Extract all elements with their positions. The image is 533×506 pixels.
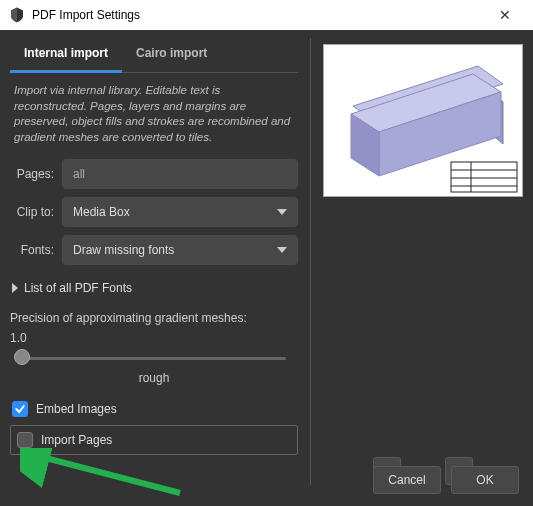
svg-rect-5 (451, 162, 517, 192)
import-pages-box: Import Pages (10, 425, 298, 455)
vertical-divider (310, 38, 311, 485)
tab-internal-import[interactable]: Internal import (10, 38, 122, 73)
tab-cairo-import[interactable]: Cairo import (122, 38, 221, 72)
ok-button[interactable]: OK (451, 466, 519, 494)
list-fonts-expander[interactable]: List of all PDF Fonts (10, 273, 298, 309)
preview-panel: 1 / 1 (323, 38, 523, 485)
chevron-down-icon (277, 247, 287, 253)
slider-track (22, 357, 286, 360)
fonts-value: Draw missing fonts (73, 243, 174, 257)
chevron-down-icon (277, 209, 287, 215)
check-icon (14, 403, 26, 415)
fonts-select[interactable]: Draw missing fonts (62, 235, 298, 265)
triangle-right-icon (12, 283, 18, 293)
dialog-footer: Cancel OK (373, 466, 519, 494)
pages-row: Pages: all (10, 159, 298, 189)
tabs: Internal import Cairo import (10, 38, 298, 73)
import-pages-checkbox[interactable] (17, 432, 33, 448)
titlebar: PDF Import Settings ✕ (0, 0, 533, 30)
fonts-row: Fonts: Draw missing fonts (10, 235, 298, 265)
pages-input[interactable]: all (62, 159, 298, 189)
clip-select[interactable]: Media Box (62, 197, 298, 227)
embed-images-checkbox[interactable] (12, 401, 28, 417)
precision-value: 1.0 (10, 331, 298, 347)
clip-label: Clip to: (10, 205, 62, 219)
close-button[interactable]: ✕ (485, 7, 525, 23)
app-icon (8, 6, 26, 24)
cancel-button[interactable]: Cancel (373, 466, 441, 494)
embed-images-row: Embed Images (10, 397, 298, 421)
fonts-label: Fonts: (10, 243, 62, 257)
slider-thumb[interactable] (14, 349, 30, 365)
pages-placeholder: all (73, 167, 85, 181)
window-title: PDF Import Settings (32, 8, 485, 22)
precision-label: Precision of approximating gradient mesh… (10, 309, 298, 331)
clip-row: Clip to: Media Box (10, 197, 298, 227)
pages-label: Pages: (10, 167, 62, 181)
import-description: Import via internal library. Editable te… (10, 73, 298, 159)
clip-value: Media Box (73, 205, 130, 219)
import-pages-label: Import Pages (41, 433, 112, 447)
settings-panel: Internal import Cairo import Import via … (10, 38, 298, 485)
precision-tick-label: rough (10, 371, 298, 385)
preview-drawing-overlay (323, 44, 523, 197)
pdf-preview (323, 44, 523, 197)
embed-images-label: Embed Images (36, 402, 117, 416)
precision-slider[interactable] (14, 347, 294, 369)
list-fonts-label: List of all PDF Fonts (24, 281, 132, 295)
